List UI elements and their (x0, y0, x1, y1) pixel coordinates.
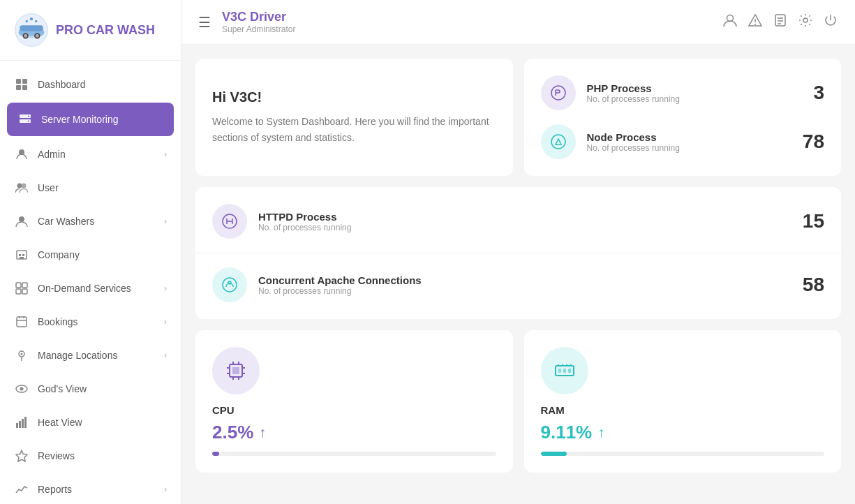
ram-percentage: 9.11% (541, 422, 593, 443)
admin-arrow: › (164, 149, 167, 159)
svg-rect-12 (22, 79, 27, 84)
svg-rect-29 (16, 289, 21, 294)
svg-rect-30 (22, 289, 27, 294)
sidebar-item-heat-view-label: Heat View (38, 417, 82, 428)
sidebar-item-gods-view[interactable]: God's View (0, 372, 181, 406)
menu-toggle-icon[interactable]: ☰ (198, 14, 211, 31)
power-icon[interactable] (823, 13, 838, 31)
alert-triangle-icon[interactable] (748, 13, 763, 31)
welcome-text: Welcome to System Dashboard. Here you wi… (212, 114, 496, 145)
httpd-process-name: HTTPD Process (258, 211, 791, 223)
node-process-name: Node Process (587, 131, 791, 143)
svg-rect-39 (16, 423, 18, 428)
svg-point-20 (17, 184, 22, 188)
main-area: ☰ V3C Driver Super Administrator (181, 0, 855, 504)
sidebar-item-heat-view[interactable]: Heat View (0, 406, 181, 439)
apache-process-count: 58 (803, 274, 824, 296)
sidebar-item-car-washers[interactable]: Car Washers › (0, 205, 181, 238)
svg-point-17 (28, 116, 29, 117)
profile-icon[interactable] (722, 13, 738, 31)
node-process-icon (541, 124, 576, 159)
svg-marker-43 (16, 450, 27, 461)
svg-point-21 (22, 184, 27, 188)
on-demand-icon (14, 281, 29, 296)
heat-view-icon (14, 415, 29, 430)
sidebar-item-user-label: User (38, 182, 59, 193)
welcome-greeting: Hi V3C! (212, 89, 496, 105)
svg-rect-28 (22, 283, 27, 288)
apache-process-name: Concurrent Apache Connections (258, 274, 791, 286)
httpd-process-count: 15 (803, 210, 824, 232)
svg-rect-41 (22, 419, 24, 428)
svg-rect-14 (22, 85, 27, 90)
cpu-icon-wrap (212, 347, 260, 394)
cpu-label: CPU (212, 404, 496, 416)
user-icon (14, 180, 29, 195)
svg-rect-7 (20, 25, 43, 31)
bookings-arrow: › (164, 317, 167, 327)
divider (195, 253, 841, 253)
content-area: Hi V3C! Welcome to System Dashboard. Her… (181, 45, 855, 504)
cpu-progress-bar (212, 452, 496, 456)
svg-point-36 (21, 353, 23, 355)
ram-trend-icon: ↑ (597, 424, 604, 440)
svg-point-18 (28, 121, 29, 122)
sidebar-item-manage-locations[interactable]: Manage Locations › (0, 339, 181, 372)
ram-progress-bar (541, 452, 825, 456)
svg-rect-31 (17, 317, 27, 327)
php-process-icon (541, 75, 576, 110)
header-actions (722, 13, 838, 31)
cpu-card: CPU 2.5% ↑ (195, 330, 513, 473)
ram-progress-fill (541, 452, 567, 456)
httpd-process-icon (212, 204, 247, 239)
svg-rect-42 (24, 417, 27, 428)
car-washers-arrow: › (164, 216, 167, 226)
ram-icon-wrap (541, 347, 588, 394)
sidebar-item-reviews[interactable]: Reviews (0, 439, 181, 473)
httpd-process-info: HTTPD Process No. of processes running (258, 211, 791, 232)
sidebar-item-bookings[interactable]: Bookings › (0, 305, 181, 339)
cpu-percentage: 2.5% (212, 422, 253, 443)
sidebar-nav: Dashboard Server Monitoring Admin › User (0, 61, 181, 504)
php-process-count: 3 (813, 82, 824, 104)
logo-text: PRO CAR WASH (56, 23, 155, 37)
svg-point-46 (754, 24, 756, 25)
page-header: ☰ V3C Driver Super Administrator (181, 0, 855, 45)
sidebar-item-car-washers-label: Car Washers (38, 216, 94, 227)
cpu-trend-icon: ↑ (259, 424, 266, 440)
svg-point-44 (727, 15, 734, 22)
ram-value: 9.11% ↑ (541, 422, 825, 443)
sidebar-item-user[interactable]: User (0, 171, 181, 205)
sidebar-item-company[interactable]: Company (0, 238, 181, 272)
svg-point-8 (26, 20, 28, 22)
svg-rect-13 (16, 85, 21, 90)
process-card: PHP Process No. of processes running 3 N… (524, 59, 842, 176)
company-icon (14, 247, 29, 262)
wide-process-card: HTTPD Process No. of processes running 1… (195, 187, 841, 319)
sidebar-item-admin[interactable]: Admin › (0, 138, 181, 171)
clipboard-icon[interactable] (773, 13, 788, 31)
sidebar-item-dashboard[interactable]: Dashboard (0, 68, 181, 101)
svg-rect-24 (19, 254, 21, 256)
sidebar-item-company-label: Company (38, 249, 80, 260)
bookings-icon (14, 314, 29, 329)
cpu-value: 2.5% ↑ (212, 422, 496, 443)
svg-point-52 (228, 281, 231, 284)
reports-arrow: › (164, 484, 167, 494)
reports-icon (14, 482, 29, 497)
welcome-card: Hi V3C! Welcome to System Dashboard. Her… (195, 59, 513, 176)
manage-locations-icon (14, 348, 29, 363)
sidebar-item-server-monitoring[interactable]: Server Monitoring (7, 103, 174, 136)
php-process-name: PHP Process (587, 82, 803, 94)
svg-rect-11 (16, 79, 21, 84)
sidebar-item-reports[interactable]: Reports › (0, 473, 181, 504)
car-washers-icon (14, 214, 29, 229)
logo-icon (14, 13, 49, 47)
sidebar-item-on-demand[interactable]: On-Demand Services › (0, 272, 181, 305)
node-process-label: No. of processes running (587, 143, 791, 153)
svg-point-22 (19, 216, 24, 222)
settings-gear-icon[interactable] (798, 13, 813, 31)
php-process-label: No. of processes running (587, 94, 803, 104)
app-logo: PRO CAR WASH (0, 0, 181, 61)
svg-rect-64 (558, 369, 561, 373)
